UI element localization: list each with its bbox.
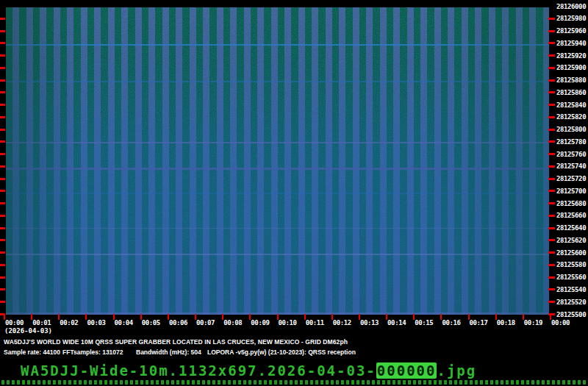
freq-label: 28125720	[556, 175, 588, 182]
freq-tick-left	[0, 227, 5, 229]
filename-suffix: .jpg	[437, 362, 476, 379]
time-label: 00:12	[333, 319, 351, 326]
freq-tick-right	[548, 165, 555, 168]
freq-tick-left	[0, 215, 5, 217]
freq-tick-right	[548, 178, 555, 180]
time-label: 00:08	[223, 319, 242, 326]
freq-tick-right	[548, 239, 555, 241]
freq-tick-left	[0, 54, 5, 57]
time-label: 00:15	[415, 319, 433, 326]
freq-tick-right	[548, 42, 555, 44]
freq-tick-right	[548, 215, 555, 217]
freq-label: 28125660	[556, 212, 588, 219]
time-label: 00:06	[169, 319, 187, 326]
freq-tick-right	[548, 227, 555, 229]
time-label: 00:10	[279, 319, 297, 326]
freq-tick-left	[0, 42, 5, 44]
freq-tick-right	[548, 30, 555, 32]
freq-tick-right	[548, 276, 555, 279]
freq-label: 28125680	[556, 200, 588, 207]
capture-parameter: FFTsamples: 131072	[62, 349, 123, 356]
freq-tick-left	[0, 202, 5, 204]
freq-tick-right	[548, 116, 555, 118]
filename-prefix: WA5DJJ-Wide-10m.1132x697.2026-04-03-	[21, 362, 376, 379]
freq-tick-left	[0, 30, 5, 32]
freq-label: 28125880	[556, 76, 588, 84]
signal-line	[6, 142, 549, 143]
freq-label: 28125900	[556, 64, 588, 71]
time-label: 00:16	[442, 319, 460, 326]
freq-tick-left	[0, 140, 5, 143]
freq-tick-left	[0, 251, 5, 254]
time-label: 00:04	[115, 319, 133, 326]
freq-tick-left	[0, 301, 5, 303]
qrss-grabber-screenshot: 2812600028125980281259602812594028125920…	[0, 0, 588, 386]
freq-label: 28125600	[556, 249, 588, 257]
freq-tick-left	[0, 18, 5, 20]
freq-tick-right	[548, 67, 555, 69]
time-label: 00:19	[524, 319, 542, 326]
freq-label: 28125620	[556, 237, 588, 244]
noise-texture	[6, 7, 549, 315]
station-description: WA5DJJ'S WORLD WIDE 10M QRSS SUPER GRABB…	[4, 338, 348, 346]
freq-label: 28125860	[556, 89, 588, 96]
freq-tick-right	[548, 288, 555, 290]
time-label: 00:05	[142, 319, 160, 326]
freq-tick-right	[548, 190, 555, 192]
freq-tick-left	[0, 239, 5, 241]
filename-caption: WA5DJJ-Wide-10m.1132x697.2026-04-03-0000…	[21, 362, 476, 379]
freq-tick-left	[0, 104, 5, 106]
time-label: 00:03	[87, 319, 105, 326]
freq-label: 28125980	[556, 15, 588, 22]
freq-tick-right	[548, 54, 555, 57]
freq-tick-left	[0, 288, 5, 290]
green-dotted-row	[1, 380, 587, 385]
freq-tick-right	[548, 104, 555, 106]
freq-tick-left	[0, 153, 5, 155]
freq-tick-left	[0, 116, 5, 118]
freq-tick-right	[548, 301, 555, 303]
time-label: 00:01	[32, 319, 51, 326]
freq-tick-left	[0, 264, 5, 266]
freq-tick-right	[548, 202, 555, 204]
spectrogram-plot	[6, 7, 549, 315]
capture-parameter: Sample rate: 44100	[4, 349, 60, 356]
time-label: 00:00	[551, 319, 570, 326]
freq-tick-right	[548, 251, 555, 254]
freq-label: 28125740	[556, 162, 588, 170]
freq-label: 28125840	[556, 101, 588, 109]
freq-tick-right	[548, 79, 555, 82]
freq-label: 28125760	[556, 151, 588, 158]
freq-tick-right	[548, 18, 555, 20]
time-label: 00:00	[5, 319, 24, 326]
time-label: 00:17	[470, 319, 488, 326]
freq-tick-right	[548, 264, 555, 266]
freq-label: 28125560	[556, 274, 588, 281]
time-label: 00:14	[387, 319, 406, 326]
freq-label: 28125540	[556, 286, 588, 293]
freq-label: 28125960	[556, 27, 588, 35]
freq-label: 28125520	[556, 299, 588, 306]
capture-parameters: Sample rate: 44100FFTsamples: 131072Band…	[0, 349, 588, 356]
freq-tick-left	[0, 190, 5, 192]
time-label: 00:02	[60, 319, 78, 326]
freq-label: 28125500	[556, 311, 588, 318]
freq-label: 28125800	[556, 126, 588, 133]
signal-line	[6, 168, 549, 170]
time-label: 00:18	[497, 319, 515, 326]
freq-tick-left	[0, 276, 5, 279]
freq-label: 28125920	[556, 52, 588, 60]
signal-line	[6, 193, 549, 194]
freq-tick-right	[548, 153, 555, 155]
freq-tick-right	[548, 91, 555, 93]
freq-tick-left	[0, 79, 5, 82]
freq-tick-right	[548, 140, 555, 143]
freq-label: 28125640	[556, 224, 588, 232]
freq-label: 28125820	[556, 113, 588, 121]
time-label: 00:11	[306, 319, 324, 326]
signal-line	[6, 228, 549, 229]
time-label: 00:13	[360, 319, 379, 326]
signal-line	[6, 81, 549, 82]
time-label: 00:07	[196, 319, 215, 326]
freq-label: 28125580	[556, 261, 588, 268]
